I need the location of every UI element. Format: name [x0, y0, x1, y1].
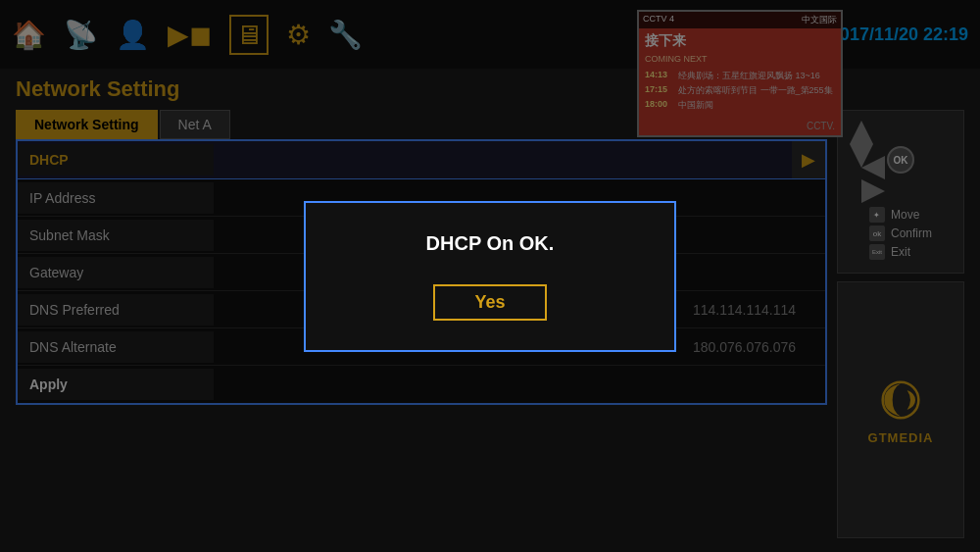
modal-message: DHCP On OK. — [426, 232, 555, 255]
yes-button[interactable]: Yes — [433, 284, 546, 321]
modal-overlay: DHCP On OK. Yes — [0, 0, 980, 552]
modal-dialog: DHCP On OK. Yes — [304, 201, 676, 352]
